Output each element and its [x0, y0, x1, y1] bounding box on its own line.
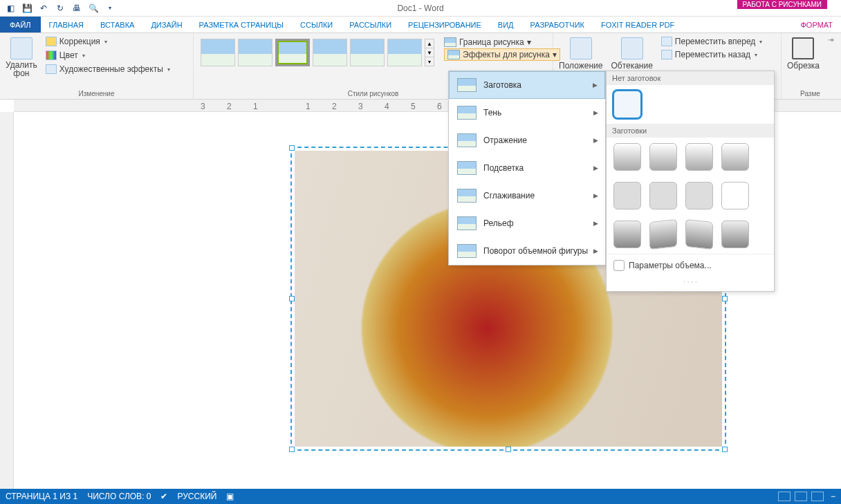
zoom-out-icon[interactable]: −: [831, 492, 835, 501]
tab-references[interactable]: ССЫЛКИ: [292, 17, 341, 32]
word-count[interactable]: ЧИСЛО СЛОВ: 0: [87, 492, 151, 501]
preset-5[interactable]: [613, 182, 641, 209]
picture-border-button[interactable]: Граница рисунка▾: [444, 37, 560, 47]
panel-grip-icon[interactable]: · · · ·: [607, 277, 774, 287]
resize-handle-b[interactable]: [506, 447, 511, 452]
fx-item-glow[interactable]: Подсветка▶: [449, 154, 605, 182]
tab-insert[interactable]: ВСТАВКА: [92, 17, 142, 32]
view-print-icon[interactable]: [795, 492, 807, 501]
ruler-tick: 1: [253, 102, 258, 111]
preset-2[interactable]: [649, 143, 677, 171]
preset-4[interactable]: [721, 143, 749, 171]
ruler-tick: 2: [227, 102, 232, 111]
preset-9[interactable]: [613, 221, 641, 248]
gallery-down-icon[interactable]: ▼: [425, 48, 434, 57]
tab-file[interactable]: ФАЙЛ: [0, 17, 41, 32]
picture-style-5[interactable]: [350, 39, 385, 66]
send-backward-button[interactable]: Переместить назад▾: [660, 49, 764, 60]
fx-bevel-label: Рельеф: [483, 218, 514, 228]
tab-developer[interactable]: РАЗРАБОТЧИК: [522, 17, 593, 32]
picture-style-4[interactable]: [313, 39, 347, 66]
qat-more-icon[interactable]: ▾: [104, 2, 116, 15]
picture-style-6[interactable]: [387, 39, 422, 66]
options-icon: [613, 260, 625, 271]
resize-handle-br[interactable]: [722, 447, 728, 452]
preset-7[interactable]: [685, 182, 713, 209]
document-title: Doc1 - Word: [397, 3, 443, 13]
preset-options-link[interactable]: Параметры объема...: [607, 254, 774, 277]
resize-handle-bl[interactable]: [289, 447, 295, 452]
fx-item-reflection[interactable]: Отражение▶: [449, 127, 605, 154]
tab-mailings[interactable]: РАССЫЛКИ: [341, 17, 400, 32]
tab-home[interactable]: ГЛАВНАЯ: [41, 17, 92, 32]
ruler-tick: 5: [411, 102, 416, 111]
remove-background-button[interactable]: Удалить фон: [4, 36, 39, 79]
page-indicator[interactable]: СТРАНИЦА 1 ИЗ 1: [6, 492, 77, 501]
word-icon[interactable]: ◧: [4, 2, 17, 15]
picture-style-1[interactable]: [201, 39, 235, 66]
zoom-icon[interactable]: 🔍: [87, 2, 100, 15]
macro-icon[interactable]: ▣: [226, 492, 234, 501]
picture-style-3[interactable]: [275, 39, 310, 66]
preset-6[interactable]: [649, 182, 677, 209]
fx-rotation-label: Поворот объемной фигуры: [483, 246, 588, 256]
preset-10[interactable]: [649, 219, 677, 250]
spelling-icon[interactable]: ✔: [160, 492, 167, 501]
tab-review[interactable]: РЕЦЕНЗИРОВАНИЕ: [400, 17, 490, 32]
glow-thumb-icon: [457, 161, 477, 175]
fx-item-softedge[interactable]: Сглаживание▶: [449, 182, 605, 209]
tab-page-layout[interactable]: РАЗМЕТКА СТРАНИЦЫ: [191, 17, 292, 32]
picture-style-2[interactable]: [238, 39, 272, 66]
ruler-tick: 2: [332, 102, 337, 111]
resize-handle-l[interactable]: [289, 296, 295, 301]
gallery-up-icon[interactable]: ▲: [425, 39, 434, 48]
ruler-tick: 6: [437, 102, 442, 111]
view-web-icon[interactable]: [811, 492, 824, 501]
redo-icon[interactable]: ↻: [54, 2, 66, 15]
fx-item-3drotation[interactable]: Поворот объемной фигуры▶: [449, 237, 605, 265]
preset-11[interactable]: [685, 219, 713, 250]
tab-view[interactable]: ВИД: [490, 17, 522, 32]
vertical-ruler[interactable]: [0, 112, 14, 494]
print-icon[interactable]: 🖶: [71, 2, 83, 15]
fx-item-preset[interactable]: Заготовка▶: [449, 71, 605, 99]
border-icon: [444, 37, 456, 47]
ruler-tick: 3: [201, 102, 205, 111]
preset-header-none: Нет заготовок: [607, 71, 774, 85]
resize-handle-tl[interactable]: [289, 145, 295, 151]
tab-foxit[interactable]: FOXIT READER PDF: [593, 17, 683, 32]
view-read-icon[interactable]: [778, 492, 791, 501]
resize-handle-r[interactable]: [722, 296, 728, 301]
artistic-effects-button[interactable]: Художественные эффекты▾: [44, 64, 172, 75]
fx-reflection-label: Отражение: [483, 136, 527, 145]
tab-format[interactable]: ФОРМАТ: [793, 17, 842, 32]
crop-button[interactable]: Обрезка: [786, 36, 821, 72]
wrap-text-button[interactable]: Обтекание: [609, 36, 654, 72]
save-icon[interactable]: 💾: [21, 2, 33, 15]
preset-3[interactable]: [685, 143, 713, 171]
undo-icon[interactable]: ↶: [37, 2, 50, 15]
language-indicator[interactable]: РУССКИЙ: [177, 492, 216, 501]
picture-effects-button[interactable]: Эффекты для рисунка▾: [444, 48, 560, 61]
softedge-thumb-icon: [457, 189, 477, 203]
preset-1[interactable]: [613, 143, 641, 171]
wrap-icon: [621, 37, 643, 59]
backward-icon: [661, 50, 672, 59]
forward-label: Переместить вперед: [675, 37, 755, 46]
position-button[interactable]: Положение: [557, 36, 604, 72]
wrap-label: Обтекание: [611, 61, 652, 71]
effects-label: Эффекты для рисунка: [463, 50, 550, 59]
fx-item-bevel[interactable]: Рельеф▶: [449, 209, 605, 237]
backward-label: Переместить назад: [675, 50, 750, 59]
size-arrow-icon[interactable]: ⇥: [828, 36, 833, 44]
preset-8[interactable]: [721, 182, 749, 209]
corrections-button[interactable]: Коррекция▾: [44, 36, 172, 47]
preset-none[interactable]: [613, 91, 641, 118]
tab-design[interactable]: ДИЗАЙН: [142, 17, 190, 32]
bring-forward-button[interactable]: Переместить вперед▾: [660, 36, 764, 47]
gallery-more-icon[interactable]: ▾: [425, 57, 434, 66]
fx-item-shadow[interactable]: Тень▶: [449, 99, 605, 127]
ruler-tick: 4: [385, 102, 389, 111]
preset-12[interactable]: [721, 221, 749, 248]
color-button[interactable]: Цвет▾: [44, 50, 172, 61]
